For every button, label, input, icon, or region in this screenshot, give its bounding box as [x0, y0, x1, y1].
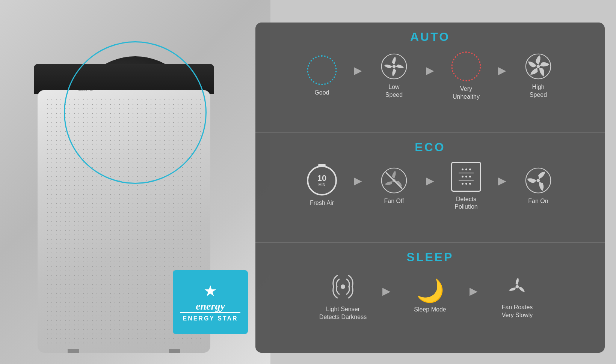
good-icon	[307, 55, 337, 85]
purifier-foot-left	[68, 349, 79, 353]
sleep-section: SLEEP	[255, 243, 605, 353]
moon-icon: 🌙	[416, 280, 444, 302]
mode-item-fan-on: Fan On	[508, 167, 568, 205]
mode-item-high-speed: HighSpeed	[508, 53, 568, 99]
arrow-3: ▶	[498, 64, 506, 77]
high-speed-label: HighSpeed	[530, 83, 547, 99]
mode-item-good: Good	[292, 55, 352, 97]
energy-star-text: ENERGY STAR	[180, 312, 240, 322]
info-panel: AUTO Good ▶	[255, 23, 605, 353]
detects-pollution-label: DetectsPollution	[454, 196, 477, 211]
auto-section: AUTO Good ▶	[255, 23, 605, 132]
arrow-2: ▶	[426, 64, 434, 77]
good-label: Good	[314, 89, 329, 97]
fan-slowly-label: Fan RoatesVery Slowly	[502, 304, 533, 319]
energy-logo-text: energy	[196, 300, 225, 312]
light-sensor-label: Light SenserDetects Darkness	[319, 305, 367, 321]
fan-high-icon	[525, 53, 551, 80]
sleep-title: SLEEP	[407, 250, 454, 264]
svg-point-9	[537, 179, 540, 182]
svg-point-7	[393, 179, 396, 182]
mode-item-fresh-air: 10 MIN Fresh Air	[292, 165, 352, 207]
svg-point-10	[341, 284, 345, 289]
mode-item-sleep-mode: 🌙 Sleep Mode	[393, 280, 468, 314]
fan-on-icon	[525, 167, 551, 194]
low-speed-label: LowSpeed	[385, 83, 403, 99]
timer-icon: 10 MIN	[307, 165, 337, 196]
sleep-items-row: Light SenserDetects Darkness ▶ 🌙 Sleep M…	[267, 272, 593, 321]
sensor-svg	[328, 272, 358, 302]
arrow-7: ▶	[382, 285, 391, 297]
arrow-8: ▶	[470, 285, 478, 297]
mode-item-light-sensor: Light SenserDetects Darkness	[305, 272, 380, 321]
fresh-air-label: Fresh Air	[310, 199, 334, 207]
fan-off-label: Fan Off	[384, 197, 404, 205]
very-unhealthy-label: VeryUnhealthy	[453, 85, 480, 101]
arrow-6: ▶	[498, 174, 506, 187]
eco-section: ECO 10 MIN Fresh Air ▶	[255, 133, 605, 243]
mode-item-very-unhealthy: VeryUnhealthy	[436, 51, 496, 101]
eco-items-row: 10 MIN Fresh Air ▶	[267, 162, 593, 211]
fan-on-label: Fan On	[528, 197, 548, 205]
pollution-icon	[451, 162, 481, 192]
light-sensor-icon	[328, 272, 358, 302]
mode-item-low-speed: LowSpeed	[364, 53, 424, 99]
purifier-foot-right	[169, 349, 180, 353]
svg-point-11	[516, 285, 519, 289]
svg-point-2	[393, 65, 396, 68]
mode-item-fan-slowly: Fan RoatesVery Slowly	[480, 274, 555, 319]
zoom-circle	[64, 41, 207, 184]
auto-items-row: Good ▶ LowSpeed ▶	[267, 51, 593, 101]
mode-item-fan-off: Fan Off	[364, 167, 424, 205]
auto-title: AUTO	[410, 30, 450, 44]
arrow-4: ▶	[354, 174, 362, 187]
svg-point-4	[537, 65, 540, 68]
arrow-5: ▶	[426, 174, 434, 187]
unhealthy-icon	[451, 51, 481, 81]
fan-slow-icon	[504, 274, 530, 300]
arrow-1: ▶	[354, 64, 362, 77]
star-icon: ★	[204, 282, 217, 299]
sleep-mode-label: Sleep Mode	[414, 306, 446, 314]
eco-title: ECO	[415, 140, 445, 154]
energy-star-badge: ★ energy ENERGY STAR	[173, 270, 248, 334]
fan-off-icon	[381, 167, 407, 194]
fan-low-icon	[381, 53, 407, 80]
mode-item-detects-pollution: DetectsPollution	[436, 162, 496, 211]
